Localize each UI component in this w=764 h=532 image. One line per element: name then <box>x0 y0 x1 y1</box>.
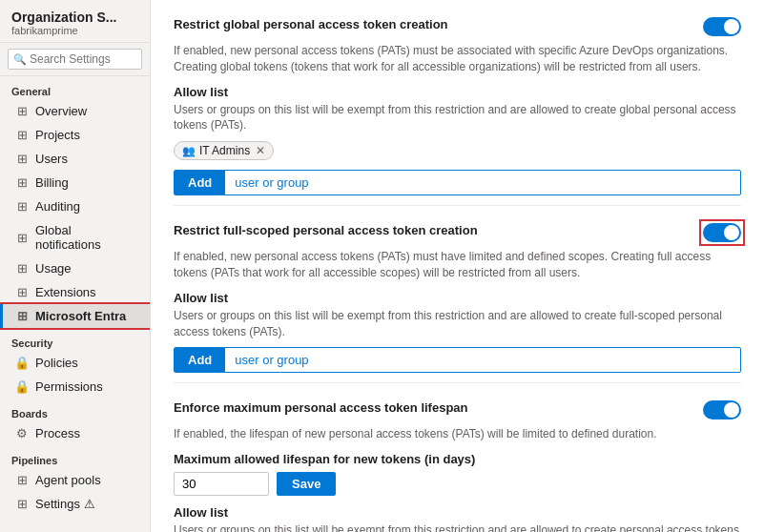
global-notifications-icon: ⊞ <box>14 231 30 245</box>
main-content: Restrict global personal access token cr… <box>151 0 764 532</box>
sidebar-item-microsoft-entra[interactable]: ⊞ Microsoft Entra <box>0 304 150 328</box>
lifespan-row: Save <box>174 472 741 496</box>
allow-list-label-3: Allow list <box>174 505 741 520</box>
tag-icon: 👥 <box>182 145 196 157</box>
search-container: 🔍 <box>0 43 150 76</box>
extensions-icon: ⊞ <box>14 285 30 299</box>
org-subtitle: fabrikamprime <box>11 25 138 36</box>
projects-icon: ⊞ <box>14 128 30 142</box>
usage-icon: ⊞ <box>14 261 30 276</box>
sidebar-item-overview[interactable]: ⊞ Overview <box>0 99 150 123</box>
sidebar-item-label: Extensions <box>35 285 138 299</box>
org-header: Organization S... fabrikamprime <box>0 0 150 43</box>
sidebar-item-users[interactable]: ⊞ Users <box>0 147 150 171</box>
tag-it-admins: 👥 IT Admins ✕ <box>174 141 274 160</box>
restrict-global-pat-title: Restrict global personal access token cr… <box>174 17 703 31</box>
org-title: Organization S... <box>11 10 138 25</box>
sidebar-item-label: Permissions <box>35 379 138 394</box>
sidebar-item-label: Usage <box>35 261 138 276</box>
allow-list-label-1: Allow list <box>174 85 741 99</box>
overview-icon: ⊞ <box>14 104 30 118</box>
restrict-full-scoped-pat-title: Restrict full-scoped personal access tok… <box>174 223 703 237</box>
add-button-text-1: user or group <box>225 171 318 194</box>
lifespan-input[interactable] <box>174 472 269 496</box>
sidebar-item-label: Microsoft Entra <box>35 309 138 323</box>
sidebar-item-billing[interactable]: ⊞ Billing <box>0 171 150 194</box>
enforce-max-lifespan-section: Enforce maximum personal access token li… <box>174 383 741 532</box>
enforce-max-lifespan-toggle-wrap <box>703 400 741 422</box>
process-icon: ⚙ <box>14 426 30 440</box>
permissions-icon: 🔒 <box>14 379 30 394</box>
add-button-text-2: user or group <box>225 348 318 372</box>
section-label-general: General <box>0 76 150 99</box>
allow-list-desc-1: Users or groups on this list will be exe… <box>174 102 741 134</box>
sidebar-item-label: Global notifications <box>35 223 138 252</box>
allow-list-desc-3: Users or groups on this list will be exe… <box>174 522 741 532</box>
sidebar-item-label: Agent pools <box>35 473 138 487</box>
sidebar-item-auditing[interactable]: ⊞ Auditing <box>0 194 150 218</box>
sidebar-item-label: Process <box>35 426 138 440</box>
save-button[interactable]: Save <box>277 472 336 496</box>
microsoft-entra-icon: ⊞ <box>14 309 30 323</box>
add-button-label-2: Add <box>175 348 225 372</box>
allow-list-label-2: Allow list <box>174 291 741 305</box>
lifespan-label: Maximum allowed lifespan for new tokens … <box>174 452 741 466</box>
sidebar-item-settings[interactable]: ⊞ Settings ⚠ <box>0 492 150 516</box>
sidebar: Organization S... fabrikamprime 🔍 Genera… <box>0 0 151 532</box>
restrict-full-scoped-pat-toggle[interactable] <box>703 223 741 242</box>
sidebar-item-label: Overview <box>35 104 138 118</box>
search-input[interactable] <box>8 49 142 70</box>
sidebar-item-label: Billing <box>35 175 138 190</box>
tag-close-button[interactable]: ✕ <box>256 144 265 157</box>
agent-pools-icon: ⊞ <box>14 473 30 487</box>
restrict-global-pat-section: Restrict global personal access token cr… <box>174 0 741 206</box>
restrict-global-pat-desc: If enabled, new personal access tokens (… <box>174 43 741 75</box>
add-user-group-button-1[interactable]: Add user or group <box>174 170 741 195</box>
sidebar-item-extensions[interactable]: ⊞ Extensions <box>0 280 150 304</box>
restrict-full-scoped-pat-desc: If enabled, new personal access tokens (… <box>174 249 741 281</box>
add-button-label-1: Add <box>175 171 225 194</box>
sidebar-item-label: Policies <box>35 356 138 370</box>
sidebar-item-usage[interactable]: ⊞ Usage <box>0 256 150 280</box>
sidebar-item-permissions[interactable]: 🔒 Permissions <box>0 375 150 399</box>
sidebar-item-label: Settings ⚠ <box>35 497 138 511</box>
sidebar-item-label: Users <box>35 152 138 166</box>
tag-row-1: 👥 IT Admins ✕ <box>174 141 741 160</box>
section-label-boards: Boards <box>0 399 150 421</box>
users-icon: ⊞ <box>14 152 30 166</box>
restrict-global-pat-toggle[interactable] <box>703 17 741 36</box>
restrict-full-scoped-pat-section: Restrict full-scoped personal access tok… <box>174 206 741 383</box>
restrict-full-scoped-pat-toggle-wrap <box>703 223 741 245</box>
sidebar-item-policies[interactable]: 🔒 Policies <box>0 351 150 375</box>
enforce-max-lifespan-title: Enforce maximum personal access token li… <box>174 400 703 415</box>
settings-icon: ⊞ <box>14 497 30 511</box>
sidebar-item-projects[interactable]: ⊞ Projects <box>0 123 150 147</box>
sidebar-item-agent-pools[interactable]: ⊞ Agent pools <box>0 468 150 492</box>
section-label-security: Security <box>0 328 150 351</box>
policies-icon: 🔒 <box>14 356 30 370</box>
enforce-max-lifespan-toggle[interactable] <box>703 400 741 419</box>
sidebar-item-label: Auditing <box>35 199 138 214</box>
sidebar-item-process[interactable]: ⚙ Process <box>0 421 150 445</box>
add-user-group-button-2[interactable]: Add user or group <box>174 347 741 373</box>
enforce-max-lifespan-desc: If enabled, the lifespan of new personal… <box>174 426 741 442</box>
sidebar-item-global-notifications[interactable]: ⊞ Global notifications <box>0 218 150 256</box>
tag-text: IT Admins <box>199 144 250 157</box>
restrict-global-pat-toggle-wrap <box>703 17 741 39</box>
section-label-pipelines: Pipelines <box>0 445 150 468</box>
sidebar-item-label: Projects <box>35 128 138 142</box>
billing-icon: ⊞ <box>14 175 30 190</box>
allow-list-desc-2: Users or groups on this list will be exe… <box>174 308 741 340</box>
auditing-icon: ⊞ <box>14 199 30 214</box>
